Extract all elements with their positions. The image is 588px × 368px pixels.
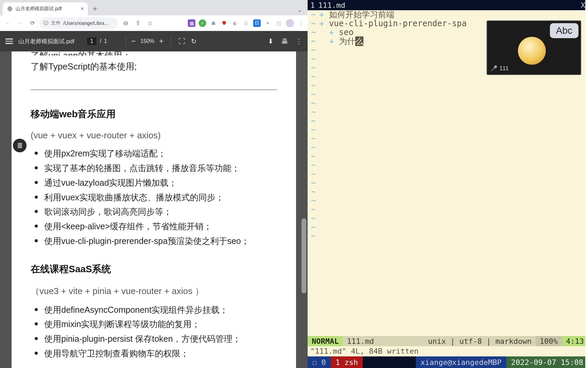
vim-tabline[interactable]: 1 111.md X	[308, 0, 588, 10]
nav-forward-button[interactable]: →	[15, 18, 25, 28]
pdf-zoom-in-button[interactable]: +	[159, 37, 163, 46]
extensions-menu-icon[interactable]: ✦	[264, 19, 272, 27]
pdf-toolbar: 山月老师模拟面试.pdf 1 / 1 − 150% + ⛶ ↻ ⬇ 🖶 ⋮	[0, 31, 308, 51]
vim-status-filename: 111.md	[343, 336, 378, 346]
share-icon[interactable]: ⇪	[133, 19, 142, 28]
doc-bullet: 使用pinia-plugin-persist 保存token，方便代码管理；	[35, 332, 277, 346]
vim-mode: NORMAL	[308, 336, 343, 346]
extension-icon[interactable]: 日	[253, 19, 261, 27]
doc-bullet: 使用导航守卫控制查看购物车的权限；	[35, 347, 277, 360]
doc-bullet: 使用mixin实现判断课程等级功能的复用；	[35, 318, 277, 331]
vim-line: + 如何开始学习前端	[319, 10, 588, 19]
tab-strip: 山月老师模拟面试.pdf × + ⌄	[0, 0, 308, 15]
vim-message: "111.md" 4L, 84B written	[308, 346, 588, 356]
pdf-viewport[interactable]: 了解uni-app的基本使用； 了解TypeScript的基本使用; 移动端we…	[0, 51, 308, 368]
browser-tab[interactable]: 山月老师模拟面试.pdf ×	[3, 2, 88, 15]
extension-icon[interactable]: ✓	[199, 19, 206, 27]
pdf-outline-toggle[interactable]: ≣	[13, 139, 27, 152]
vim-buffer[interactable]: ~~~~~~~~~~~~~~~~~~~~~~~~~~ + 如何开始学习前端+ v…	[308, 10, 588, 336]
pdf-more-icon[interactable]: ⋮	[295, 37, 302, 45]
pdf-fit-icon[interactable]: ⛶	[179, 37, 185, 45]
tmux-session[interactable]: ☐ 0	[308, 356, 331, 368]
tab-overflow-icon[interactable]: ⌄	[295, 6, 304, 14]
nav-reload-button[interactable]: ⟳	[27, 18, 37, 28]
omnibox-url: /Users/xiange/Libra...	[63, 20, 108, 26]
vim-percent: 100%	[536, 336, 562, 346]
doc-bullet: 通过vue-lazyload实现图片懒加载；	[35, 176, 277, 189]
profile-avatar[interactable]	[286, 19, 294, 27]
doc-bullet: 使用<keep-alive>缓存组件，节省性能开销；	[35, 220, 277, 233]
doc-subtitle: (vue + vuex + vue-router + axios)	[31, 130, 277, 141]
vim-gutter: ~~~~~~~~~~~~~~~~~~~~~~~~~~	[308, 10, 319, 336]
extension-icon[interactable]: ⟨⟩	[242, 19, 250, 27]
vim-statusline: NORMAL 111.md unix | utf-8 | markdown 10…	[308, 336, 588, 346]
tmux-statusbar: ☐ 0 1 zsh xiange@xiangedeMBP 2022-09-07 …	[308, 356, 588, 368]
pdf-zoom-out-button[interactable]: −	[131, 37, 136, 46]
tmux-window[interactable]: 1 zsh	[331, 356, 363, 368]
vim-tab-index: 1	[310, 1, 315, 10]
doc-heading: 在线课程SaaS系统	[31, 263, 277, 276]
scrollbar-thumb[interactable]	[301, 218, 306, 293]
doc-bullet: 实现了基本的轮播图，点击跳转，播放音乐等功能；	[35, 162, 277, 175]
browser-toolbar: ← → ⟳ ⓘ 文件 /Users/xiange/Libra... ⊖ ⇪ ☆ …	[0, 15, 308, 31]
sidepanel-icon[interactable]: ◫	[275, 19, 282, 27]
ime-indicator[interactable]: Abc	[550, 23, 578, 38]
extension-icon[interactable]: ▦	[188, 19, 195, 27]
tab-close-icon[interactable]: ×	[81, 6, 84, 12]
omnibox[interactable]: ⓘ 文件 /Users/xiange/Libra...	[39, 17, 118, 29]
vim-encoding: unix | utf-8 | markdown	[424, 336, 536, 346]
pdf-sidebar-toggle[interactable]	[5, 39, 13, 44]
tab-title: 山月老师模拟面试.pdf	[16, 6, 62, 12]
pdf-page: 了解uni-app的基本使用； 了解TypeScript的基本使用; 移动端we…	[12, 51, 296, 368]
extension-icon[interactable]: ☗	[210, 19, 217, 27]
doc-bullet: 歌词滚动同步，歌词高亮同步等；	[35, 205, 277, 218]
pdf-scrollbar[interactable]	[301, 51, 306, 368]
chrome-menu-icon[interactable]: ⋮	[297, 19, 305, 27]
video-call-overlay[interactable]: Abc 🎤 111	[487, 20, 581, 75]
doc-bullet: 使用px2rem实现了移动端适配；	[35, 147, 277, 160]
doc-separator	[31, 90, 277, 90]
doc-bullet: 使用vue-cli-plugin-prerender-spa预渲染使之利于seo…	[35, 234, 277, 248]
doc-fragment-line: 了解TypeScript的基本使用;	[31, 60, 277, 73]
pdf-page-total: 1	[104, 38, 107, 44]
pdf-rotate-icon[interactable]: ↻	[191, 37, 197, 45]
pdf-page-input[interactable]: 1	[86, 37, 97, 46]
participant-avatar	[518, 37, 546, 65]
pdf-favicon-icon	[7, 6, 13, 12]
doc-heading: 移动端web音乐应用	[31, 108, 277, 121]
pdf-download-icon[interactable]: ⬇	[268, 37, 274, 45]
pdf-page-sep: /	[100, 38, 101, 44]
doc-bullet-list: 使用defineAsyncComponent实现组件异步挂载；使用mixin实现…	[31, 303, 277, 360]
pdf-print-icon[interactable]: 🖶	[281, 37, 288, 45]
zoom-indicator-icon[interactable]: ⊖	[121, 19, 130, 28]
vim-tab-filename: 111.md	[318, 1, 345, 10]
site-info-icon[interactable]: ⓘ	[44, 20, 48, 26]
extension-icon[interactable]: ◐	[231, 19, 239, 27]
mic-icon: 🎤	[491, 65, 497, 72]
browser-window: 山月老师模拟面试.pdf × + ⌄ ← → ⟳ ⓘ 文件 /Users/xia…	[0, 0, 308, 368]
doc-bullet: 使用defineAsyncComponent实现组件异步挂载；	[35, 303, 277, 317]
pdf-page-control: 1 / 1	[86, 37, 107, 46]
new-tab-button[interactable]: +	[90, 4, 100, 14]
doc-bullet-list: 使用px2rem实现了移动端适配；实现了基本的轮播图，点击跳转，播放音乐等功能；…	[31, 147, 277, 247]
doc-section: 移动端web音乐应用 (vue + vuex + vue-router + ax…	[31, 108, 277, 247]
doc-fragment-line: 了解uni-app的基本使用；	[31, 51, 277, 56]
extension-icon[interactable]: ⛊	[220, 19, 228, 27]
pdf-zoom-value[interactable]: 150%	[140, 38, 154, 44]
doc-section: 在线课程SaaS系统 （vue3 + vite + pinia + vue-ro…	[31, 263, 277, 360]
omnibox-scheme: 文件	[51, 20, 61, 26]
nav-back-button[interactable]: ←	[3, 18, 13, 28]
doc-bullet: 利用vuex实现歌曲播放状态、播放模式的同步；	[35, 191, 277, 204]
participant-name-tag: 🎤 111	[491, 65, 509, 72]
participant-name: 111	[500, 65, 509, 72]
pdf-filename: 山月老师模拟面试.pdf	[18, 37, 74, 45]
extensions-bar: ▦ ✓ ☗ ⛊ ◐ ⟨⟩ 日 ✦ ◫ ⋮	[188, 19, 305, 27]
bookmark-star-icon[interactable]: ☆	[146, 19, 154, 28]
vim-cursor-pos: 4:13	[562, 336, 588, 346]
window-edge	[585, 0, 588, 368]
terminal-window: 1 111.md X ~~~~~~~~~~~~~~~~~~~~~~~~~~ + …	[308, 0, 588, 368]
vim-tab-close[interactable]: X	[581, 1, 585, 10]
tmux-time: 2022-09-07 15:08	[506, 356, 588, 368]
doc-subtitle: （vue3 + vite + pinia + vue-router + axio…	[31, 285, 277, 297]
tmux-host: xiange@xiangedeMBP	[416, 356, 506, 368]
